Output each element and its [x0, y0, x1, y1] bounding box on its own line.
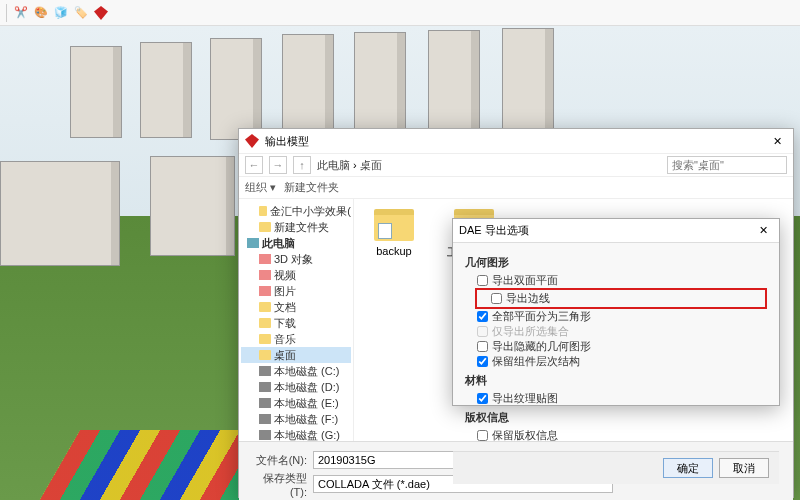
tree-node[interactable]: 3D 对象 [241, 251, 351, 267]
ok-button[interactable]: 确定 [663, 458, 713, 478]
option-label: 仅导出所选集合 [492, 324, 569, 339]
option-label: 全部平面分为三角形 [492, 309, 591, 324]
tree-node[interactable]: 文档 [241, 299, 351, 315]
option-checkbox[interactable] [477, 311, 488, 322]
ic-img-icon [259, 270, 271, 280]
scissors-icon[interactable]: ✂️ [13, 5, 29, 21]
tree-node[interactable]: 本地磁盘 (F:) [241, 411, 351, 427]
nav-up-icon[interactable]: ↑ [293, 156, 311, 174]
option-checkbox[interactable] [477, 430, 488, 441]
nav-back-icon[interactable]: ← [245, 156, 263, 174]
tree-label: 金汇中小学效果( [270, 204, 351, 219]
option-row: 导出纹理贴图 [465, 391, 767, 406]
close-icon[interactable]: ✕ [753, 224, 773, 237]
option-label: 导出隐藏的几何图形 [492, 339, 591, 354]
ic-folder-icon [259, 302, 271, 312]
dae-options-dialog: DAE 导出选项 ✕ 几何图形导出双面平面导出边线全部平面分为三角形仅导出所选集… [452, 218, 780, 406]
cube-icon[interactable]: 🧊 [53, 5, 69, 21]
tree-label: 3D 对象 [274, 252, 313, 267]
folder-item[interactable]: backup [364, 209, 424, 257]
paint-icon[interactable]: 🎨 [33, 5, 49, 21]
option-label: 保留组件层次结构 [492, 354, 580, 369]
close-icon[interactable]: ✕ [767, 135, 787, 148]
tree-node[interactable]: 视频 [241, 267, 351, 283]
tree-node[interactable]: 此电脑 [241, 235, 351, 251]
tree-node[interactable]: 金汇中小学效果( [241, 203, 351, 219]
ic-disk-icon [259, 366, 271, 376]
tree-label: 本地磁盘 (C:) [274, 364, 339, 379]
section-title: 几何图形 [465, 255, 767, 270]
tree-label: 此电脑 [262, 236, 295, 251]
options-titlebar: DAE 导出选项 ✕ [453, 219, 779, 243]
search-input[interactable] [667, 156, 787, 174]
breadcrumb[interactable]: 此电脑 › 桌面 [317, 158, 382, 173]
ic-disk-icon [259, 414, 271, 424]
tree-label: 下载 [274, 316, 296, 331]
option-row: 仅导出所选集合 [465, 324, 767, 339]
ic-disk-icon [259, 398, 271, 408]
option-checkbox[interactable] [477, 341, 488, 352]
new-folder-button[interactable]: 新建文件夹 [284, 180, 339, 195]
tree-node[interactable]: 本地磁盘 (C:) [241, 363, 351, 379]
ic-folder-icon [259, 222, 271, 232]
ic-img-icon [259, 254, 271, 264]
option-label: 保留版权信息 [492, 428, 558, 443]
ic-folder-icon [259, 350, 271, 360]
folder-icon [374, 209, 414, 241]
dialog-file-toolbar: 组织 ▾ 新建文件夹 [239, 177, 793, 199]
option-label: 导出双面平面 [492, 273, 558, 288]
option-row: 导出边线 [479, 291, 763, 306]
tree-node[interactable]: 本地磁盘 (G:) [241, 427, 351, 441]
nav-fwd-icon[interactable]: → [269, 156, 287, 174]
separator [6, 4, 7, 22]
ic-disk-icon [259, 430, 271, 440]
option-checkbox [477, 326, 488, 337]
svg-marker-1 [245, 134, 259, 148]
tree-node[interactable]: 本地磁盘 (D:) [241, 379, 351, 395]
tree-label: 桌面 [274, 348, 296, 363]
tree-label: 视频 [274, 268, 296, 283]
tree-label: 本地磁盘 (F:) [274, 412, 338, 427]
ic-pc-icon [247, 238, 259, 248]
ruby-icon[interactable] [93, 5, 109, 21]
folder-label: backup [376, 245, 411, 257]
ic-img-icon [259, 286, 271, 296]
tree-node[interactable]: 本地磁盘 (E:) [241, 395, 351, 411]
tree-label: 新建文件夹 [274, 220, 329, 235]
option-checkbox[interactable] [477, 275, 488, 286]
cancel-button[interactable]: 取消 [719, 458, 769, 478]
dialog-titlebar: 输出模型 ✕ [239, 129, 793, 153]
tree-label: 文档 [274, 300, 296, 315]
option-row: 全部平面分为三角形 [465, 309, 767, 324]
option-row: 保留组件层次结构 [465, 354, 767, 369]
svg-marker-0 [94, 6, 108, 20]
option-row: 导出隐藏的几何图形 [465, 339, 767, 354]
filename-label: 文件名(N): [249, 453, 307, 468]
tree-node[interactable]: 桌面 [241, 347, 351, 363]
section-title: 材料 [465, 373, 767, 388]
tree-node[interactable]: 音乐 [241, 331, 351, 347]
folder-tree[interactable]: 金汇中小学效果(新建文件夹此电脑3D 对象视频图片文档下载音乐桌面本地磁盘 (C… [239, 199, 354, 441]
option-checkbox[interactable] [477, 356, 488, 367]
tree-node[interactable]: 图片 [241, 283, 351, 299]
tree-node[interactable]: 新建文件夹 [241, 219, 351, 235]
ic-folder-icon [259, 206, 267, 216]
tree-node[interactable]: 下载 [241, 315, 351, 331]
options-body: 几何图形导出双面平面导出边线全部平面分为三角形仅导出所选集合导出隐藏的几何图形保… [453, 243, 779, 451]
options-title: DAE 导出选项 [459, 223, 529, 238]
sketchup-icon [245, 134, 259, 148]
tree-label: 本地磁盘 (D:) [274, 380, 339, 395]
option-checkbox[interactable] [477, 393, 488, 404]
organize-menu[interactable]: 组织 ▾ [245, 180, 276, 195]
dialog-title: 输出模型 [265, 134, 309, 149]
tree-label: 本地磁盘 (G:) [274, 428, 340, 442]
tree-label: 音乐 [274, 332, 296, 347]
dialog-nav: ← → ↑ 此电脑 › 桌面 [239, 153, 793, 177]
ic-disk-icon [259, 382, 271, 392]
option-row: 保留版权信息 [465, 428, 767, 443]
tree-label: 图片 [274, 284, 296, 299]
tag-icon[interactable]: 🏷️ [73, 5, 89, 21]
ic-folder-icon [259, 334, 271, 344]
option-checkbox[interactable] [491, 293, 502, 304]
ic-folder-icon [259, 318, 271, 328]
